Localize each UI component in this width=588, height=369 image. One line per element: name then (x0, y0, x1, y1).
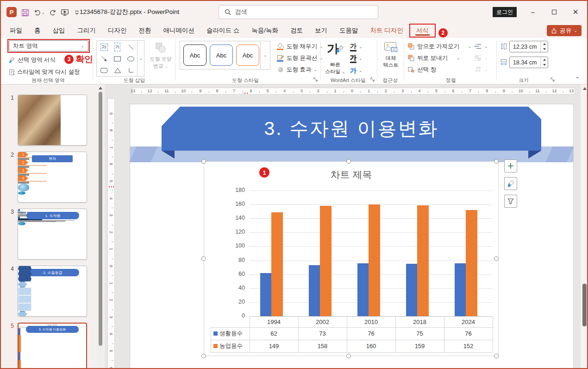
scrollbar-thumb[interactable] (582, 284, 587, 326)
shape-outline-button[interactable]: 도형 윤곽선⌄ (277, 52, 323, 64)
group-objects-button[interactable]: ⌄ (474, 52, 488, 64)
change-shape-button[interactable]: 도형 모양 변경 ⌄ (148, 42, 173, 70)
textbox-shape-icon[interactable]: 가 (97, 41, 111, 53)
size-dialog-launcher[interactable] (550, 77, 556, 83)
reset-to-match-style-button[interactable]: 스타일에 맞게 다시 설정 (8, 66, 80, 77)
chart-bar-primary[interactable] (455, 263, 466, 316)
shape-gallery[interactable]: 가 가 ⌄ (96, 40, 144, 76)
tab-record[interactable]: 녹음/녹화 (245, 24, 284, 38)
selection-handle-nw[interactable] (201, 159, 206, 164)
bring-forward-button[interactable]: 앞으로 가져오기⌄ (407, 41, 472, 52)
panel-scroll-up-icon[interactable] (99, 87, 102, 89)
tab-draw[interactable]: 그리기 (71, 24, 102, 38)
slide-thumbnail-3[interactable]: 1. 수자원Water resources (18, 209, 87, 260)
chart-bar-secondary[interactable] (369, 204, 380, 316)
height-spin-buttons[interactable] (540, 41, 548, 52)
vertical-scrollbar[interactable] (581, 84, 588, 369)
save-icon[interactable] (19, 7, 31, 18)
tab-home[interactable]: 홈 (28, 24, 47, 38)
selection-handle-s[interactable] (346, 354, 351, 358)
collapse-ribbon-icon[interactable]: ⌄ (575, 73, 580, 80)
login-button[interactable]: 로그인 (493, 7, 517, 17)
tab-chart-design[interactable]: 차트 디자인 (364, 24, 409, 38)
selection-handle-w[interactable] (201, 256, 206, 261)
tab-file[interactable]: 파일 (4, 24, 28, 38)
chart-bar-primary[interactable] (406, 264, 417, 316)
tab-review[interactable]: 검토 (284, 24, 309, 38)
tab-slideshow[interactable]: 슬라이드 쇼 (200, 24, 245, 38)
shape-fill-button[interactable]: 도형 채우기⌄ (277, 41, 323, 52)
slide-title-banner[interactable]: 3. 수자원 이용변화 (162, 107, 541, 151)
chart-styles-button[interactable] (504, 177, 517, 190)
shape-gallery-more-button[interactable]: ⌄ (137, 41, 144, 76)
selection-handle-e[interactable] (494, 256, 499, 261)
share-button[interactable]: 공유 ⌄ (547, 25, 582, 36)
tab-insert[interactable]: 삽입 (47, 24, 71, 38)
shape-styles-dialog-launcher[interactable] (313, 77, 319, 83)
shape-effects-button[interactable]: 도형 효과⌄ (277, 64, 317, 75)
text-fill-button[interactable]: 가⌄ (350, 41, 363, 52)
rotate-objects-button[interactable]: ⌄ (474, 64, 488, 75)
undo-icon[interactable]: ⌄ (32, 7, 46, 18)
chart-bar-secondary[interactable] (466, 210, 477, 316)
panel-scrollbar-thumb[interactable] (99, 92, 102, 346)
shape-style-more-button[interactable]: ⌄ (260, 41, 270, 69)
vertical-ruler[interactable]: 9876543210123456 (107, 98, 115, 369)
slide-thumbnail-2[interactable]: 목차1234 (18, 152, 87, 203)
shape-height-field[interactable]: 12.23 cm (509, 41, 548, 52)
selection-pane-button[interactable]: 선택 창 (407, 64, 436, 75)
start-slideshow-icon[interactable] (59, 7, 70, 18)
rectangle-shape-icon[interactable] (111, 53, 124, 64)
panel-scrollbar[interactable] (97, 84, 104, 369)
chart-filters-button[interactable] (504, 195, 517, 208)
maximize-button[interactable] (544, 1, 565, 23)
selection-handle-sw[interactable] (201, 354, 206, 358)
chart-bar-primary[interactable] (357, 263, 369, 316)
tab-transitions[interactable]: 전환 (133, 24, 157, 38)
wordart-dialog-launcher[interactable] (370, 77, 375, 83)
oval-shape-icon[interactable] (124, 53, 138, 64)
elbow-shape-icon[interactable] (124, 64, 138, 76)
text-effects-button[interactable]: 가⌄ (350, 65, 363, 76)
search-box[interactable]: 검색 (219, 5, 378, 19)
width-spin-buttons[interactable] (540, 57, 548, 68)
chart-bar-secondary[interactable] (417, 205, 429, 316)
slide-thumbnail-1[interactable]: Water ResourcesWater Resources (18, 95, 87, 146)
triangle-shape-icon[interactable] (111, 64, 124, 76)
format-selection-button[interactable]: 선택 영역 서식 (8, 54, 56, 65)
chart-bar-primary[interactable] (309, 265, 320, 316)
selection-handle-se[interactable] (494, 354, 499, 358)
shape-style-orange[interactable]: Abc (236, 45, 259, 66)
close-button[interactable]: ✕ (565, 1, 586, 23)
powerpoint-logo-icon[interactable]: P (6, 7, 17, 17)
minimize-button[interactable]: − (522, 1, 544, 23)
tab-animations[interactable]: 애니메이션 (157, 24, 201, 38)
line-shape-icon[interactable] (124, 41, 138, 53)
text-outline-button[interactable]: 가⌄ (350, 53, 363, 64)
chart-bar-secondary[interactable] (320, 206, 332, 316)
slide-canvas[interactable]: 3. 수자원 이용변화 1 차트 제목020406080100120140160… (130, 104, 574, 369)
chart-title[interactable]: 차트 제목 (204, 168, 498, 181)
chart-elements-button[interactable] (504, 159, 517, 172)
tab-view[interactable]: 보기 (309, 24, 333, 38)
rounded-rectangle-shape-icon[interactable] (97, 64, 111, 76)
selection-handle-n[interactable] (346, 159, 351, 164)
selection-handle-ne[interactable] (494, 159, 499, 164)
alt-text-button[interactable]: 대체 텍스트 (380, 41, 402, 69)
chart-bar-secondary[interactable] (271, 212, 283, 316)
chart-object[interactable]: 1 차트 제목020406080100120140160180199462149… (204, 161, 499, 356)
align-button[interactable]: ⌄ (474, 41, 488, 52)
horizontal-ruler[interactable]: 13121110987654321012345678910111213 (132, 88, 575, 95)
scroll-up-icon[interactable] (583, 87, 587, 90)
chart-bar-primary[interactable] (260, 273, 271, 316)
vertical-textbox-shape-icon[interactable]: 가 (111, 41, 124, 53)
tab-help[interactable]: 도움말 (333, 24, 364, 38)
tab-format[interactable]: 서식2 (409, 24, 436, 38)
shape-style-blue[interactable]: Abc (210, 45, 233, 66)
slide-thumbnail-4[interactable]: 2. 수질등급 (18, 266, 87, 317)
shape-style-black[interactable]: Abc (183, 45, 206, 66)
slide-thumbnail-5[interactable]: 3. 수자원 이용변화차트 제목 (18, 323, 87, 369)
tab-design[interactable]: 디자인 (102, 24, 133, 38)
redo-icon[interactable] (47, 7, 58, 18)
arrow-shape-icon[interactable] (97, 53, 111, 64)
